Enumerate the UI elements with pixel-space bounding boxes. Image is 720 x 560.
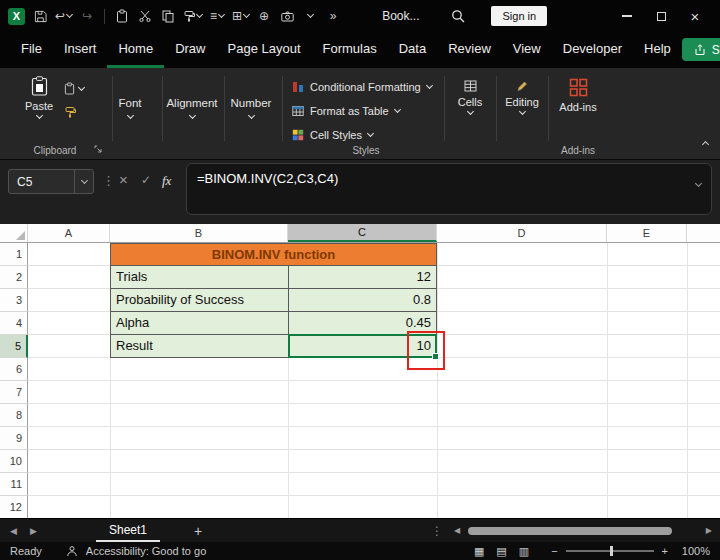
- zoom-in-button[interactable]: +: [662, 545, 668, 557]
- editing-group-button[interactable]: Editing: [498, 80, 546, 114]
- row-header-7[interactable]: 7: [0, 381, 28, 404]
- share-button[interactable]: Share: [682, 38, 720, 61]
- cell-b2[interactable]: Trials: [110, 266, 288, 289]
- tab-help[interactable]: Help: [633, 32, 682, 68]
- copy-button[interactable]: [64, 82, 84, 95]
- cell-b5[interactable]: Result: [110, 335, 288, 358]
- cut-icon[interactable]: [137, 6, 153, 26]
- tab-bar-dots-icon[interactable]: ⋮: [431, 519, 443, 542]
- close-button[interactable]: ×: [678, 0, 712, 32]
- enter-button[interactable]: ✓: [141, 173, 151, 187]
- row-header-6[interactable]: 6: [0, 358, 28, 381]
- camera-icon[interactable]: [279, 6, 295, 26]
- paste-button[interactable]: Paste: [16, 76, 62, 118]
- save-icon[interactable]: [32, 6, 48, 26]
- undo-icon[interactable]: ↩: [55, 6, 72, 26]
- select-all-button[interactable]: [0, 224, 28, 242]
- row-header-3[interactable]: 3: [0, 289, 28, 312]
- accessibility-status[interactable]: Accessibility: Good to go: [86, 545, 206, 557]
- cell-c2[interactable]: 12: [288, 266, 437, 289]
- cell-b4[interactable]: Alpha: [110, 312, 288, 335]
- row-header-10[interactable]: 10: [0, 450, 28, 473]
- redo-icon[interactable]: ↪: [79, 6, 95, 26]
- row-header-1[interactable]: 1: [0, 243, 28, 266]
- borders-icon[interactable]: ⊞: [232, 6, 249, 26]
- chevron-up-icon: [702, 141, 709, 148]
- collapse-ribbon-button[interactable]: [703, 133, 708, 151]
- tab-file[interactable]: File: [10, 32, 53, 68]
- row-header-4[interactable]: 4: [0, 312, 28, 335]
- tab-view[interactable]: View: [502, 32, 552, 68]
- format-painter-icon[interactable]: [183, 6, 202, 26]
- font-group-button[interactable]: Font: [104, 84, 156, 130]
- copy-icon[interactable]: [160, 6, 176, 26]
- row-header-12[interactable]: 12: [0, 496, 28, 518]
- zoom-slider-thumb[interactable]: [610, 546, 613, 556]
- tab-review[interactable]: Review: [437, 32, 502, 68]
- insert-cells-icon[interactable]: ⊕: [256, 6, 272, 26]
- page-break-view-button[interactable]: ▥: [519, 545, 529, 558]
- format-painter-button[interactable]: [64, 106, 84, 118]
- name-box[interactable]: C5: [8, 169, 94, 194]
- tab-data[interactable]: Data: [388, 32, 437, 68]
- qat-dropdown-icon[interactable]: [302, 6, 318, 26]
- chevron-down-icon[interactable]: [75, 181, 93, 183]
- next-sheet-button[interactable]: ▶: [30, 519, 37, 542]
- scroll-right-arrow[interactable]: ▶: [706, 519, 712, 542]
- add-ins-button[interactable]: Add-ins: [550, 78, 606, 113]
- tab-formulas[interactable]: Formulas: [312, 32, 388, 68]
- expand-formula-bar-icon[interactable]: [696, 174, 701, 189]
- formula-input[interactable]: =BINOM.INV(C2,C3,C4): [186, 163, 712, 215]
- status-bar: Ready Accessibility: Good to go ▦ ▤ ▥ − …: [0, 542, 720, 560]
- format-as-table-button[interactable]: Format as Table: [292, 99, 432, 123]
- minimize-button[interactable]: [610, 0, 644, 32]
- sign-in-button[interactable]: Sign in: [491, 6, 547, 26]
- column-header-c[interactable]: C: [288, 224, 437, 242]
- clipboard-icon[interactable]: [114, 6, 130, 26]
- previous-sheet-button[interactable]: ◀: [10, 519, 17, 542]
- cancel-button[interactable]: ×: [119, 171, 128, 188]
- column-header-partial[interactable]: [687, 224, 720, 242]
- number-group-button[interactable]: Number: [226, 84, 276, 130]
- column-header-d[interactable]: D: [437, 224, 607, 242]
- row-header-8[interactable]: 8: [0, 404, 28, 427]
- add-sheet-button[interactable]: +: [194, 519, 202, 542]
- sort-icon[interactable]: ≡: [209, 6, 225, 26]
- cell-c3[interactable]: 0.8: [288, 289, 437, 312]
- search-icon[interactable]: [450, 6, 466, 26]
- tab-draw[interactable]: Draw: [164, 32, 216, 68]
- cell-b3[interactable]: Probability of Success: [110, 289, 288, 312]
- tab-developer[interactable]: Developer: [552, 32, 633, 68]
- horizontal-scrollbar-thumb[interactable]: [468, 527, 672, 535]
- cell-styles-button[interactable]: Cell Styles: [292, 123, 432, 147]
- column-header-e[interactable]: E: [607, 224, 687, 242]
- alignment-group-button[interactable]: Alignment: [164, 84, 220, 130]
- insert-function-button[interactable]: fx: [162, 173, 171, 189]
- cells-group-button[interactable]: Cells: [446, 80, 494, 114]
- column-header-b[interactable]: B: [110, 224, 288, 242]
- page-layout-view-button[interactable]: ▤: [496, 545, 506, 558]
- scroll-left-arrow[interactable]: ◀: [454, 519, 460, 542]
- row-header-9[interactable]: 9: [0, 427, 28, 450]
- overflow-icon[interactable]: »: [325, 6, 341, 26]
- chevron-down-icon: [466, 108, 473, 115]
- zoom-out-button[interactable]: −: [551, 545, 557, 557]
- tab-page-layout[interactable]: Page Layout: [217, 32, 312, 68]
- row-header-11[interactable]: 11: [0, 473, 28, 496]
- zoom-level[interactable]: 100%: [676, 545, 710, 557]
- horizontal-scrollbar: ◀ ▶: [452, 519, 714, 542]
- normal-view-button[interactable]: ▦: [474, 545, 484, 558]
- maximize-button[interactable]: [644, 0, 678, 32]
- tab-insert[interactable]: Insert: [53, 32, 108, 68]
- row-header-5[interactable]: 5: [0, 335, 28, 358]
- zoom-slider[interactable]: [566, 550, 654, 552]
- sheet-tab-sheet1[interactable]: Sheet1: [96, 519, 160, 542]
- conditional-formatting-button[interactable]: Conditional Formatting: [292, 75, 432, 99]
- cell-b1-title[interactable]: BINOM.INV function: [110, 243, 437, 266]
- tab-home[interactable]: Home: [107, 32, 164, 68]
- clipboard-group-label: Clipboard: [0, 145, 110, 156]
- column-header-a[interactable]: A: [28, 224, 110, 242]
- drag-dots-icon[interactable]: ⋮: [102, 173, 115, 188]
- row-header-2[interactable]: 2: [0, 266, 28, 289]
- column-headers: A B C D E: [0, 224, 720, 243]
